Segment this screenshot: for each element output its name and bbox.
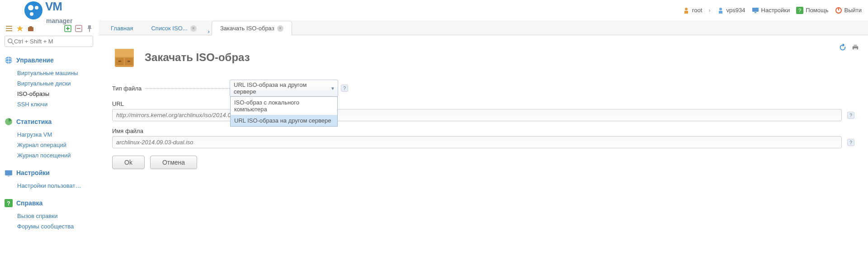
row-url: URL ? bbox=[112, 100, 854, 121]
tab[interactable]: Главная bbox=[102, 21, 142, 35]
refresh-icon[interactable] bbox=[838, 43, 847, 52]
sidebar-item[interactable]: Журнал операций bbox=[17, 140, 94, 150]
svg-marker-13 bbox=[17, 25, 23, 32]
help-link[interactable]: ? Помощь bbox=[796, 7, 828, 14]
svg-text:?: ? bbox=[798, 8, 801, 13]
svg-rect-32 bbox=[854, 45, 857, 47]
svg-point-0 bbox=[685, 8, 688, 10]
search-icon bbox=[8, 38, 14, 45]
logo: VM manager bbox=[24, 0, 72, 21]
tab[interactable]: Закачать ISO-образ× bbox=[212, 21, 292, 35]
briefcase-icon[interactable] bbox=[27, 25, 34, 32]
sidebar: УправлениеВиртуальные машиныВиртуальные … bbox=[0, 20, 99, 244]
pin-icon[interactable] bbox=[86, 25, 93, 32]
svg-rect-35 bbox=[115, 49, 134, 57]
minus-icon[interactable] bbox=[75, 25, 82, 32]
tabs: ГлавнаяСписок ISO...×›Закачать ISO-образ… bbox=[99, 20, 868, 35]
svg-rect-5 bbox=[755, 12, 756, 13]
sidebar-item[interactable]: Журнал посещений bbox=[17, 150, 94, 161]
user-vps-link[interactable]: vps934 bbox=[717, 7, 745, 14]
sidebar-item[interactable]: ISO-образы bbox=[17, 89, 94, 99]
file-type-label: Тип файла bbox=[112, 85, 142, 92]
search-input-wrap[interactable] bbox=[5, 36, 93, 47]
settings-link[interactable]: Настройки bbox=[752, 7, 790, 14]
sidebar-title[interactable]: Настройки bbox=[5, 169, 94, 177]
breadcrumb-sep: › bbox=[708, 7, 710, 14]
sidebar-section: ?СправкаВызов справкиФорумы сообщества bbox=[5, 199, 94, 232]
tab-label: Главная bbox=[111, 25, 133, 32]
field-help-filename[interactable]: ? bbox=[847, 139, 854, 146]
settings-icon bbox=[5, 169, 13, 177]
star-icon[interactable] bbox=[16, 25, 24, 32]
chart-icon bbox=[5, 118, 13, 126]
filename-label: Имя файла bbox=[112, 128, 854, 134]
sidebar-item[interactable]: SSH ключи bbox=[17, 99, 94, 109]
sidebar-title[interactable]: ?Справка bbox=[5, 199, 94, 207]
sidebar-section: УправлениеВиртуальные машиныВиртуальные … bbox=[5, 56, 94, 109]
tab-label: Закачать ISO-образ bbox=[220, 25, 274, 32]
svg-rect-28 bbox=[8, 176, 10, 176]
sidebar-item[interactable]: Нагрузка VM bbox=[17, 129, 94, 140]
sidebar-section: НастройкиНастройки пользоват… bbox=[5, 169, 94, 191]
user-admin-icon bbox=[683, 7, 690, 14]
row-file-type: Тип файла URL ISO-образа на другом серве… bbox=[112, 80, 854, 97]
tab-close-icon[interactable]: × bbox=[190, 25, 197, 32]
svg-rect-39 bbox=[127, 61, 130, 62]
svg-rect-18 bbox=[66, 28, 70, 29]
svg-rect-4 bbox=[752, 8, 759, 12]
sidebar-item[interactable]: Вызов справки bbox=[17, 211, 94, 221]
sidebar-item[interactable]: Виртуальные машины bbox=[17, 68, 94, 78]
topbar: VM manager root › vps934 Настройки ? Пом… bbox=[0, 0, 868, 20]
url-input[interactable] bbox=[112, 109, 842, 121]
search-input[interactable] bbox=[14, 38, 90, 45]
chevron-down-icon: ▼ bbox=[330, 86, 335, 91]
globe-icon bbox=[5, 56, 13, 64]
print-icon[interactable] bbox=[851, 43, 860, 52]
svg-rect-20 bbox=[77, 28, 80, 29]
file-type-select[interactable]: URL ISO-образа на другом сервере ▼ ISO-о… bbox=[230, 80, 338, 97]
tab-close-icon[interactable]: × bbox=[277, 25, 283, 32]
field-help-file-type[interactable]: ? bbox=[341, 85, 348, 92]
svg-rect-11 bbox=[6, 28, 12, 29]
help-label: Помощь bbox=[806, 7, 828, 14]
file-type-option[interactable]: URL ISO-образа на другом сервере bbox=[231, 115, 337, 126]
chevron-right-icon: › bbox=[208, 28, 210, 35]
field-help-url[interactable]: ? bbox=[847, 112, 854, 119]
sidebar-item[interactable]: Виртуальные диски bbox=[17, 78, 94, 89]
svg-line-22 bbox=[12, 42, 14, 44]
sidebar-item[interactable]: Форумы сообщества bbox=[17, 221, 94, 232]
list-icon[interactable] bbox=[5, 25, 13, 32]
user-root-link[interactable]: root bbox=[683, 7, 702, 14]
sidebar-title[interactable]: Статистика bbox=[5, 118, 94, 126]
row-filename: Имя файла ? bbox=[112, 128, 854, 148]
url-label: URL bbox=[112, 100, 854, 107]
sidebar-title[interactable]: Управление bbox=[5, 56, 94, 64]
user-vps-label: vps934 bbox=[726, 7, 745, 14]
svg-rect-14 bbox=[28, 27, 33, 31]
monitor-icon bbox=[752, 7, 759, 14]
help-icon: ? bbox=[796, 7, 803, 14]
user-nav: root › vps934 Настройки ? Помощь Выйти bbox=[683, 7, 862, 14]
svg-point-21 bbox=[8, 38, 12, 43]
archive-icon bbox=[112, 45, 137, 70]
user-root-label: root bbox=[692, 7, 702, 14]
file-type-label-wrap: Тип файла bbox=[112, 85, 230, 92]
page-header: Закачать ISO-образ bbox=[99, 35, 868, 75]
tab[interactable]: Список ISO...× bbox=[142, 21, 205, 35]
ok-button[interactable]: Ok bbox=[112, 156, 145, 169]
svg-rect-15 bbox=[29, 26, 32, 28]
plus-icon[interactable] bbox=[64, 25, 71, 32]
logout-label: Выйти bbox=[844, 7, 862, 14]
sidebar-section: СтатистикаНагрузка VMЖурнал операцийЖурн… bbox=[5, 118, 94, 161]
svg-rect-27 bbox=[5, 170, 12, 175]
svg-point-2 bbox=[719, 8, 722, 10]
svg-text:?: ? bbox=[7, 200, 10, 207]
svg-rect-33 bbox=[854, 48, 857, 51]
action-row: Ok Отмена bbox=[112, 156, 854, 169]
sidebar-item[interactable]: Настройки пользоват… bbox=[17, 180, 94, 191]
filename-input[interactable] bbox=[112, 136, 842, 148]
file-type-option[interactable]: ISO-образ с локального компьютера bbox=[231, 97, 337, 115]
logout-link[interactable]: Выйти bbox=[835, 7, 862, 14]
brand-main: VM bbox=[45, 0, 62, 13]
cancel-button[interactable]: Отмена bbox=[150, 156, 197, 169]
